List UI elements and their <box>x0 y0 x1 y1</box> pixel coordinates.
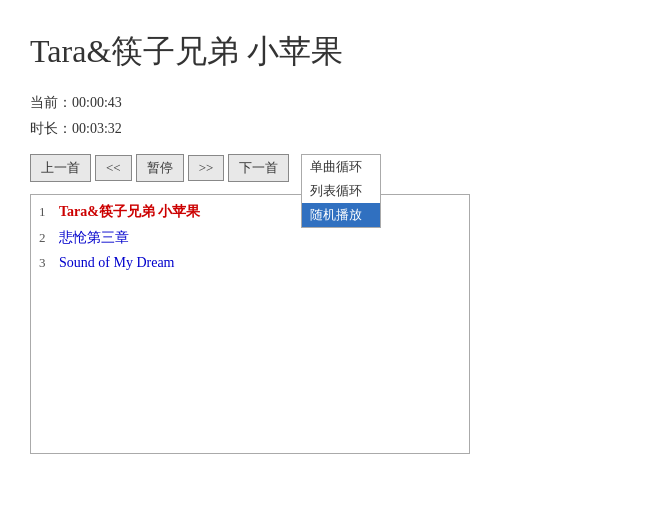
current-label: 当前： <box>30 95 72 110</box>
mode-select-wrapper: 列表循环 ▼ 单曲循环 列表循环 随机播放 <box>301 154 379 182</box>
duration-line: 时长：00:03:32 <box>30 120 620 138</box>
controls-bar: 上一首 << 暂停 >> 下一首 列表循环 ▼ 单曲循环 列表循环 随机播放 <box>30 154 620 182</box>
mode-option-list[interactable]: 列表循环 <box>302 179 380 203</box>
track-name: Tara&筷子兄弟 小苹果 <box>59 203 200 221</box>
forward-button[interactable]: >> <box>188 155 225 181</box>
page-title: Tara&筷子兄弟 小苹果 <box>30 30 620 74</box>
track-number: 3 <box>39 255 53 271</box>
track-number: 1 <box>39 204 53 220</box>
mode-option-random[interactable]: 随机播放 <box>302 203 380 227</box>
list-item[interactable]: 2悲怆第三章 <box>31 225 469 251</box>
next-button[interactable]: 下一首 <box>228 154 289 182</box>
pause-button[interactable]: 暂停 <box>136 154 184 182</box>
track-name: Sound of My Dream <box>59 255 175 271</box>
rewind-button[interactable]: << <box>95 155 132 181</box>
prev-button[interactable]: 上一首 <box>30 154 91 182</box>
current-time: 00:00:43 <box>72 95 122 110</box>
list-item[interactable]: 3Sound of My Dream <box>31 251 469 275</box>
duration-label: 时长： <box>30 121 72 136</box>
current-time-line: 当前：00:00:43 <box>30 94 620 112</box>
track-number: 2 <box>39 230 53 246</box>
mode-dropdown: 单曲循环 列表循环 随机播放 <box>301 154 381 228</box>
duration: 00:03:32 <box>72 121 122 136</box>
playlist: 1Tara&筷子兄弟 小苹果2悲怆第三章3Sound of My Dream <box>30 194 470 454</box>
list-item[interactable]: 1Tara&筷子兄弟 小苹果 <box>31 199 469 225</box>
mode-option-single[interactable]: 单曲循环 <box>302 155 380 179</box>
track-name: 悲怆第三章 <box>59 229 129 247</box>
